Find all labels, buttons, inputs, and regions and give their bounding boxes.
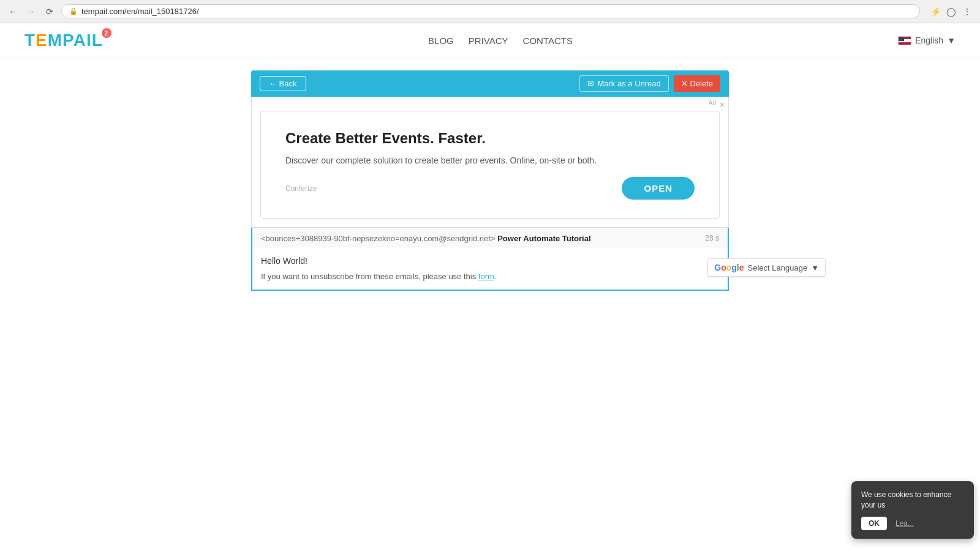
email-content: <bounces+3088939-90bf-nepsezekno=enayu.c… xyxy=(251,228,729,291)
translate-dropdown-icon: ▼ xyxy=(811,263,819,272)
back-nav-button[interactable]: ← xyxy=(6,5,20,18)
site-logo[interactable]: TEMPAIL 2 xyxy=(24,31,103,50)
menu-button[interactable]: ⋮ xyxy=(960,5,974,18)
ad-container: Ad × Create Better Events. Faster. Disco… xyxy=(251,97,729,228)
cookie-text: We use cookies to enhance your us xyxy=(861,490,964,511)
flag-icon xyxy=(898,36,911,45)
language-label: English xyxy=(915,36,943,45)
page: TEMPAIL 2 BLOG PRIVACY CONTACTS English … xyxy=(0,23,980,551)
url-text: tempail.com/en/mail_150181726/ xyxy=(81,7,199,16)
google-icon: Google xyxy=(714,263,744,272)
email-unsubscribe-text: If you want to unsubscribe from these em… xyxy=(261,272,719,281)
unsubscribe-link[interactable]: form xyxy=(478,272,494,281)
email-header: <bounces+3088939-90bf-nepsezekno=enayu.c… xyxy=(252,228,728,247)
back-button[interactable]: ← Back xyxy=(260,76,306,91)
unsubscribe-period: . xyxy=(494,272,497,281)
mark-unread-label: Mark as a Unread xyxy=(597,79,660,88)
email-toolbar: ← Back ✉ Mark as a Unread ✕ Delete xyxy=(251,70,729,97)
email-from-address: <bounces+3088939-90bf-nepsezekno=enayu.c… xyxy=(261,234,496,243)
browser-chrome: ← → ⟳ 🔒 tempail.com/en/mail_150181726/ ⚡… xyxy=(0,0,980,23)
ad-label: Ad xyxy=(709,100,716,107)
ad-close-button[interactable]: × xyxy=(720,100,725,110)
cookie-learn-button[interactable]: Lea... xyxy=(892,517,918,530)
refresh-button[interactable]: ⟳ xyxy=(43,5,56,18)
cookie-ok-button[interactable]: OK xyxy=(861,517,887,530)
cookie-actions: OK Lea... xyxy=(861,517,964,530)
profile-button[interactable]: ◯ xyxy=(944,5,958,18)
main-content: ← Back ✉ Mark as a Unread ✕ Delete Ad × … xyxy=(251,58,729,303)
notification-badge: 2 xyxy=(102,28,111,38)
nav-links: BLOG PRIVACY CONTACTS xyxy=(428,36,573,46)
email-time: 28 s xyxy=(705,234,719,242)
address-bar[interactable]: 🔒 tempail.com/en/mail_150181726/ xyxy=(61,4,920,18)
ad-card: Create Better Events. Faster. Discover o… xyxy=(260,111,720,219)
mark-unread-button[interactable]: ✉ Mark as a Unread xyxy=(579,75,668,92)
ad-title: Create Better Events. Faster. xyxy=(285,130,695,147)
email-from: <bounces+3088939-90bf-nepsezekno=enayu.c… xyxy=(261,234,591,243)
email-greeting: Hello World! xyxy=(261,256,719,266)
nav-privacy[interactable]: PRIVACY xyxy=(469,36,508,46)
ad-description: Discover our complete solution to create… xyxy=(285,154,695,167)
cookie-banner: We use cookies to enhance your us OK Lea… xyxy=(851,481,974,539)
unsubscribe-text: If you want to unsubscribe from these em… xyxy=(261,272,476,281)
email-subject-text: Power Automate Tutorial xyxy=(497,234,590,243)
ad-source: Conferize xyxy=(285,184,317,193)
forward-nav-button[interactable]: → xyxy=(24,5,38,18)
site-header: TEMPAIL 2 BLOG PRIVACY CONTACTS English … xyxy=(0,23,980,58)
language-selector[interactable]: English ▼ xyxy=(898,36,956,45)
mail-icon: ✉ xyxy=(587,79,594,88)
email-body: Hello World! If you want to unsubscribe … xyxy=(252,247,728,290)
browser-actions: ⚡ ◯ ⋮ xyxy=(929,5,974,18)
translate-widget[interactable]: Google Select Language ▼ xyxy=(707,258,826,277)
ad-open-button[interactable]: OPEN xyxy=(622,177,695,200)
ad-footer: Conferize OPEN xyxy=(285,177,695,200)
nav-contacts[interactable]: CONTACTS xyxy=(523,36,573,46)
extensions-button[interactable]: ⚡ xyxy=(929,5,942,18)
toolbar-actions: ✉ Mark as a Unread ✕ Delete xyxy=(579,75,720,92)
chevron-down-icon: ▼ xyxy=(947,36,956,45)
delete-button[interactable]: ✕ Delete xyxy=(674,75,720,92)
nav-blog[interactable]: BLOG xyxy=(428,36,454,46)
translate-label: Select Language xyxy=(748,263,808,272)
lock-icon: 🔒 xyxy=(69,7,78,15)
